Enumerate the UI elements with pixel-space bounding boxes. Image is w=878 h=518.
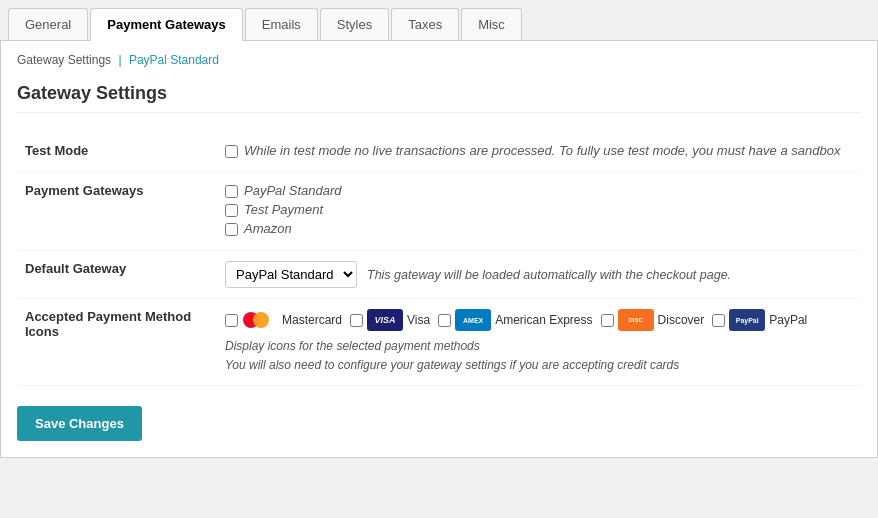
tab-styles[interactable]: Styles bbox=[320, 8, 389, 40]
amazon-label[interactable]: Amazon bbox=[244, 221, 292, 236]
mastercard-item: Mastercard bbox=[225, 309, 342, 331]
breadcrumb: Gateway Settings | PayPal Standard bbox=[17, 53, 861, 67]
amex-item: AMEX American Express bbox=[438, 309, 592, 331]
default-gateway-label: Default Gateway bbox=[17, 251, 217, 299]
paypal-icon: PayPal bbox=[729, 309, 765, 331]
paypal-icon-checkbox[interactable] bbox=[712, 314, 725, 327]
discover-label[interactable]: Discover bbox=[658, 313, 705, 327]
payment-icons-wrap: Mastercard VISA Visa bbox=[225, 309, 853, 331]
tab-misc[interactable]: Misc bbox=[461, 8, 522, 40]
paypal-item: PayPal PayPal bbox=[712, 309, 807, 331]
payment-gateways-label: Payment Gateways bbox=[17, 173, 217, 251]
amex-icon: AMEX bbox=[455, 309, 491, 331]
test-mode-value: While in test mode no live transactions … bbox=[217, 133, 861, 173]
accepted-payment-icons-label: Accepted Payment Method Icons bbox=[17, 299, 217, 386]
test-mode-checkbox[interactable] bbox=[225, 145, 238, 158]
test-mode-label: Test Mode bbox=[17, 133, 217, 173]
amex-checkbox[interactable] bbox=[438, 314, 451, 327]
payment-gateways-row: Payment Gateways PayPal Standard Test Pa… bbox=[17, 173, 861, 251]
discover-item: DISC Discover bbox=[601, 309, 705, 331]
save-changes-button[interactable]: Save Changes bbox=[17, 406, 142, 441]
test-payment-label[interactable]: Test Payment bbox=[244, 202, 323, 217]
tab-general[interactable]: General bbox=[8, 8, 88, 40]
amex-label[interactable]: American Express bbox=[495, 313, 592, 327]
visa-checkbox[interactable] bbox=[350, 314, 363, 327]
discover-checkbox[interactable] bbox=[601, 314, 614, 327]
payment-gateways-value: PayPal Standard Test Payment Amazon bbox=[217, 173, 861, 251]
paypal-standard-checkbox[interactable] bbox=[225, 185, 238, 198]
mastercard-icon bbox=[242, 309, 278, 331]
visa-item: VISA Visa bbox=[350, 309, 430, 331]
default-gateway-select-wrap: PayPal StandardTest PaymentAmazon This g… bbox=[225, 261, 853, 288]
tabs-bar: General Payment Gateways Emails Styles T… bbox=[0, 0, 878, 41]
accepted-payment-icons-row: Accepted Payment Method Icons Mastercard bbox=[17, 299, 861, 386]
breadcrumb-link[interactable]: PayPal Standard bbox=[129, 53, 219, 67]
default-gateway-row: Default Gateway PayPal StandardTest Paym… bbox=[17, 251, 861, 299]
test-mode-row: Test Mode While in test mode no live tra… bbox=[17, 133, 861, 173]
paypal-standard-label[interactable]: PayPal Standard bbox=[244, 183, 342, 198]
settings-table: Test Mode While in test mode no live tra… bbox=[17, 133, 861, 386]
breadcrumb-separator: | bbox=[118, 53, 121, 67]
payment-note2: You will also need to configure your gat… bbox=[225, 356, 853, 375]
accepted-payment-icons-value: Mastercard VISA Visa bbox=[217, 299, 861, 386]
default-gateway-value: PayPal StandardTest PaymentAmazon This g… bbox=[217, 251, 861, 299]
mastercard-label[interactable]: Mastercard bbox=[282, 313, 342, 327]
test-mode-checkbox-item: While in test mode no live transactions … bbox=[225, 143, 853, 158]
discover-icon: DISC bbox=[618, 309, 654, 331]
default-gateway-description: This gateway will be loaded automaticall… bbox=[367, 268, 731, 282]
amazon-item: Amazon bbox=[225, 221, 853, 236]
section-title: Gateway Settings bbox=[17, 83, 861, 113]
paypal-standard-item: PayPal Standard bbox=[225, 183, 853, 198]
tab-payment-gateways[interactable]: Payment Gateways bbox=[90, 8, 243, 41]
breadcrumb-current: Gateway Settings bbox=[17, 53, 111, 67]
default-gateway-select[interactable]: PayPal StandardTest PaymentAmazon bbox=[225, 261, 357, 288]
amazon-checkbox[interactable] bbox=[225, 223, 238, 236]
payment-notes: Display icons for the selected payment m… bbox=[225, 337, 853, 375]
test-mode-description[interactable]: While in test mode no live transactions … bbox=[244, 143, 840, 158]
test-payment-checkbox[interactable] bbox=[225, 204, 238, 217]
tab-emails[interactable]: Emails bbox=[245, 8, 318, 40]
test-payment-item: Test Payment bbox=[225, 202, 853, 217]
main-content: Gateway Settings | PayPal Standard Gatew… bbox=[0, 41, 878, 458]
mastercard-checkbox[interactable] bbox=[225, 314, 238, 327]
visa-label[interactable]: Visa bbox=[407, 313, 430, 327]
paypal-icon-label[interactable]: PayPal bbox=[769, 313, 807, 327]
tab-taxes[interactable]: Taxes bbox=[391, 8, 459, 40]
visa-icon: VISA bbox=[367, 309, 403, 331]
payment-note1: Display icons for the selected payment m… bbox=[225, 337, 853, 356]
